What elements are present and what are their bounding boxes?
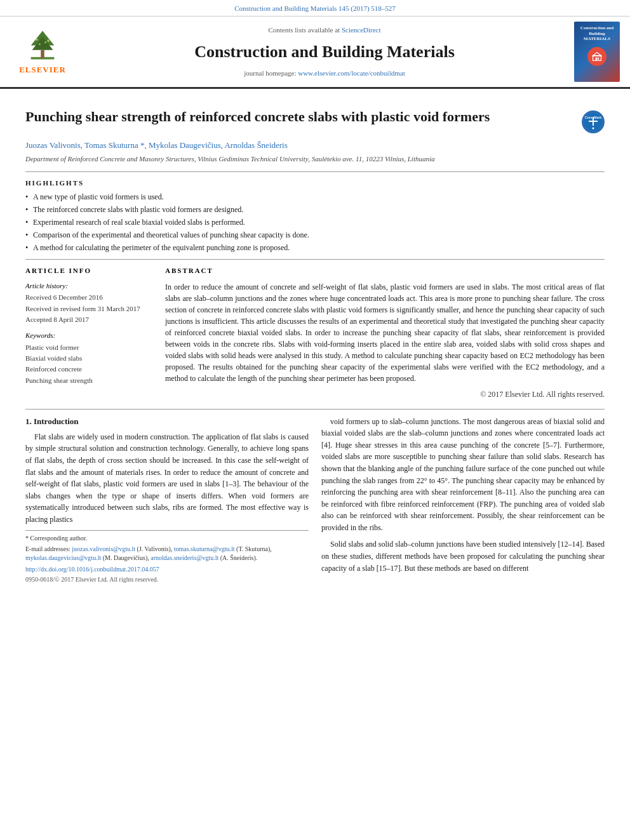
intro-body: Flat slabs are widely used in modern con… — [25, 431, 309, 526]
svg-point-7 — [44, 42, 46, 44]
accepted-date: Accepted 8 April 2017 — [25, 315, 152, 324]
abstract-title: ABSTRACT — [165, 266, 605, 276]
emails-label: E-mail addresses: — [25, 545, 70, 552]
homepage-link[interactable]: www.elsevier.com/locate/conbuildmat — [298, 69, 405, 77]
email-2[interactable]: tomas.skuturna@vgtu.lt — [174, 545, 235, 552]
name-4: (A. Šneideris). — [220, 554, 258, 561]
name-2: (T. Skuturna), — [236, 545, 272, 552]
svg-rect-11 — [598, 57, 599, 59]
svg-point-4 — [36, 39, 38, 41]
corresponding-note: * Corresponding author. — [25, 534, 309, 543]
name-3: (M. Daugevičius), — [103, 554, 149, 561]
email-4[interactable]: arnoldas.sneideris@vgtu.lt — [151, 554, 218, 561]
body-right-text: void formers up to slab–column junctions… — [321, 416, 605, 575]
crossmark-icon: CrossMark — [584, 112, 603, 131]
highlight-item: A new type of plastic void formers is us… — [25, 192, 605, 203]
article-info-column: ARTICLE INFO Article history: Received 6… — [25, 266, 152, 399]
svg-point-6 — [39, 44, 41, 46]
doi-line[interactable]: http://dx.doi.org/10.1016/j.conbuildmat.… — [25, 565, 309, 574]
article-title-row: Punching shear strength of reinforced co… — [25, 108, 605, 133]
abstract-text: In order to reduce the amount of concret… — [165, 281, 605, 384]
cover-title-text: Construction and Building MATERIALS — [577, 25, 617, 41]
journal-homepage: journal homepage: www.elsevier.com/locat… — [84, 69, 565, 78]
journal-title: Construction and Building Materials — [84, 41, 565, 63]
body-para-2: void formers up to slab–column junctions… — [321, 416, 605, 534]
body-para-3: Solid slabs and solid slab–column juncti… — [321, 538, 605, 574]
keyword-4: Punching shear strength — [25, 376, 152, 385]
keyword-2: Biaxial voided slabs — [25, 354, 152, 363]
crossmark-badge[interactable]: CrossMark — [582, 110, 605, 133]
footnotes-area: * Corresponding author. E-mail addresses… — [25, 530, 309, 563]
intro-heading: 1. Introduction — [25, 416, 309, 427]
article-title: Punching shear strength of reinforced co… — [25, 108, 569, 126]
article-info-title: ARTICLE INFO — [25, 266, 152, 276]
article-history: Article history: Received 6 December 201… — [25, 281, 152, 325]
intro-para-1: Flat slabs are widely used in modern con… — [25, 431, 309, 526]
affiliation-line: Department of Reinforced Concrete and Ma… — [25, 154, 605, 164]
elsevier-logo: ELSEVIER — [17, 28, 68, 76]
highlights-list: A new type of plastic void formers is us… — [25, 192, 605, 253]
elsevier-logo-area: ELSEVIER — [8, 22, 77, 82]
email-1[interactable]: juozas.valivonis@vgtu.lt — [72, 545, 135, 552]
elsevier-tree-icon — [17, 28, 68, 63]
highlights-title: HIGHLIGHTS — [25, 178, 605, 188]
issn-line: 0950-0618/© 2017 Elsevier Ltd. All right… — [25, 575, 309, 584]
body-right-column: void formers up to slab–column junctions… — [321, 416, 605, 585]
received-date: Received 6 December 2016 — [25, 293, 152, 302]
highlight-item: The reinforced concrete slabs with plast… — [25, 204, 605, 215]
name-1: (J. Valivonis), — [137, 545, 173, 552]
highlight-item: Experimental research of real scale biax… — [25, 217, 605, 228]
info-abstract-section: ARTICLE INFO Article history: Received 6… — [25, 259, 605, 399]
svg-rect-1 — [41, 50, 44, 58]
sciencedirect-link[interactable]: ScienceDirect — [342, 26, 381, 34]
highlight-item: A method for calculating the perimeter o… — [25, 243, 605, 253]
keywords-label: Keywords: — [25, 331, 152, 340]
journal-cover-image: Construction and Building MATERIALS — [574, 22, 620, 82]
authors-line: Juozas Valivonis, Tomas Skuturna *, Myko… — [25, 140, 605, 151]
abstract-column: ABSTRACT In order to reduce the amount o… — [165, 266, 605, 399]
svg-point-5 — [47, 40, 50, 43]
journal-cover-area: Construction and Building MATERIALS — [572, 22, 622, 82]
divider-1 — [25, 171, 605, 172]
copyright-line: © 2017 Elsevier Ltd. All rights reserved… — [165, 389, 605, 400]
body-section: 1. Introduction Flat slabs are widely us… — [25, 409, 605, 585]
elsevier-wordmark: ELSEVIER — [19, 64, 66, 76]
keyword-1: Plastic void former — [25, 343, 152, 352]
cover-building-icon — [592, 51, 602, 62]
journal-header: ELSEVIER Contents lists available at Sci… — [0, 17, 630, 89]
svg-point-16 — [593, 128, 594, 130]
keyword-3: Reinforced concrete — [25, 364, 152, 374]
revised-date: Received in revised form 31 March 2017 — [25, 304, 152, 314]
sciencedirect-notice: Contents lists available at ScienceDirec… — [84, 25, 565, 35]
main-content: Punching shear strength of reinforced co… — [0, 89, 630, 592]
email-3[interactable]: mykolas.daugevicius@vgtu.lt — [25, 554, 101, 561]
journal-title-area: Contents lists available at ScienceDirec… — [84, 22, 565, 82]
history-label: Article history: — [25, 281, 152, 291]
highlights-section: HIGHLIGHTS A new type of plastic void fo… — [25, 178, 605, 253]
svg-rect-10 — [596, 57, 597, 60]
keywords-section: Keywords: Plastic void former Biaxial vo… — [25, 331, 152, 385]
intro-column: 1. Introduction Flat slabs are widely us… — [25, 416, 309, 585]
email-note: E-mail addresses: juozas.valivonis@vgtu.… — [25, 545, 309, 563]
journal-reference: Construction and Building Materials 145 … — [0, 0, 630, 17]
cover-icon — [587, 47, 607, 66]
highlight-item: Comparison of the experimental and theor… — [25, 230, 605, 241]
